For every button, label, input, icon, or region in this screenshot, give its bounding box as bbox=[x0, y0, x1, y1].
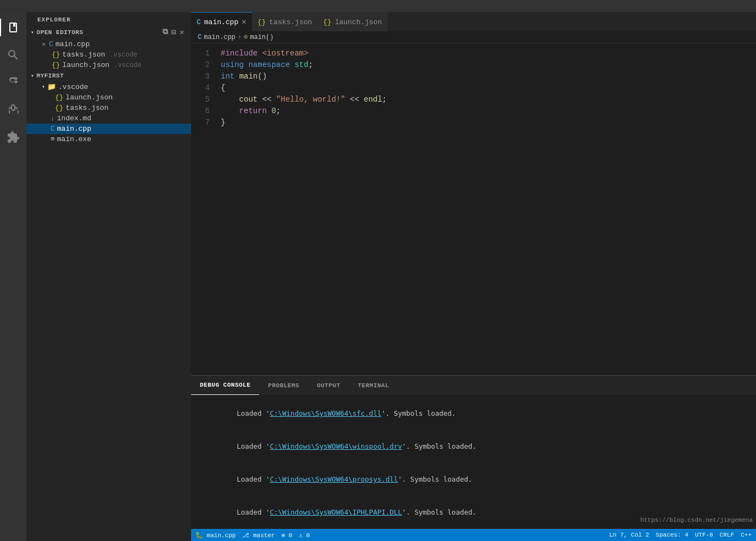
sidebar-main-exe-label: main.exe bbox=[57, 135, 91, 143]
tasks-vscode-badge: .vscode bbox=[110, 51, 137, 59]
sidebar: EXPLORER ▾ OPEN EDITORS ⧉ ⊟ ✕ ✕ C main.c… bbox=[26, 12, 191, 541]
open-editor-tasks-label: tasks.json bbox=[63, 51, 105, 59]
status-debug-label[interactable]: 🐛 main.cpp bbox=[195, 532, 236, 539]
top-bar bbox=[0, 0, 756, 12]
breadcrumb-file[interactable]: main.cpp bbox=[204, 34, 236, 41]
open-editors-icons: ⧉ ⊟ ✕ bbox=[163, 27, 184, 37]
extensions-icon[interactable] bbox=[0, 124, 26, 150]
status-branch[interactable]: ⎇ master bbox=[242, 532, 275, 539]
bottom-panel: DEBUG CONSOLE PROBLEMS OUTPUT TERMINAL L… bbox=[191, 375, 756, 529]
line-num-3: 3 bbox=[191, 71, 219, 82]
vscode-chevron: ▾ bbox=[42, 83, 45, 90]
line-content-5[interactable]: cout << "Hello, world!" << endl; bbox=[219, 94, 756, 105]
line-content-6[interactable]: return 0; bbox=[219, 105, 756, 117]
json-icon4: {} bbox=[55, 104, 64, 112]
line-num-6: 6 bbox=[191, 105, 219, 117]
open-editor-tasks-json[interactable]: {} tasks.json .vscode bbox=[26, 49, 191, 60]
activity-bar bbox=[0, 12, 26, 541]
code-line-5: 5 cout << "Hello, world!" << endl; bbox=[191, 94, 756, 105]
status-spaces[interactable]: Spaces: 4 bbox=[656, 532, 688, 538]
copy-editors-icon[interactable]: ⧉ bbox=[163, 27, 169, 37]
winspool-link[interactable]: C:\Windows\SysWOW64\winspool.drv bbox=[270, 442, 402, 450]
breadcrumb: C main.cpp › ⊙ main() bbox=[191, 31, 756, 43]
status-ln-col[interactable]: Ln 7, Col 2 bbox=[609, 532, 649, 538]
myfirst-section[interactable]: ▾ MYFIRST bbox=[26, 70, 191, 81]
sidebar-title: EXPLORER bbox=[26, 12, 191, 25]
code-line-4: 4 { bbox=[191, 82, 756, 94]
cpp-icon2: C bbox=[51, 125, 55, 133]
tab-main-cpp[interactable]: C main.cpp ✕ bbox=[191, 12, 252, 31]
search-icon[interactable] bbox=[0, 42, 26, 68]
panel-tab-problems[interactable]: PROBLEMS bbox=[259, 376, 308, 395]
sidebar-tasks-label: tasks.json bbox=[66, 104, 109, 112]
console-line-propsys: Loaded 'C:\Windows\SysWOW64\propsys.dll'… bbox=[195, 463, 752, 496]
panel-tabs: DEBUG CONSOLE PROBLEMS OUTPUT TERMINAL bbox=[191, 376, 756, 395]
myfirst-chevron: ▾ bbox=[31, 72, 35, 79]
panel-tab-output[interactable]: OUTPUT bbox=[308, 376, 349, 395]
line-content-4[interactable]: { bbox=[219, 82, 756, 94]
line-num-5: 5 bbox=[191, 94, 219, 105]
explorer-icon[interactable] bbox=[0, 14, 26, 41]
watermark: https://blog.csdn.net/jiegemena bbox=[637, 516, 756, 525]
sidebar-main-cpp[interactable]: C main.cpp bbox=[26, 124, 191, 134]
tab-main-cpp-close[interactable]: ✕ bbox=[242, 18, 246, 26]
breadcrumb-function[interactable]: main() bbox=[250, 34, 273, 41]
code-editor: 1 #include <iostream> 2 using namespace … bbox=[191, 43, 756, 375]
line-num-4: 4 bbox=[191, 82, 219, 94]
line-num-1: 1 bbox=[191, 48, 219, 59]
debug-icon[interactable] bbox=[0, 97, 26, 123]
line-content-1[interactable]: #include <iostream> bbox=[219, 48, 756, 59]
json-icon3: {} bbox=[55, 93, 64, 102]
open-editor-main-cpp[interactable]: ✕ C main.cpp bbox=[26, 39, 191, 49]
close-main-cpp-icon[interactable]: ✕ bbox=[42, 40, 46, 48]
myfirst-label: MYFIRST bbox=[37, 72, 64, 79]
tab-main-cpp-label: main.cpp bbox=[204, 18, 238, 26]
line-num-7: 7 bbox=[191, 117, 219, 129]
panel-content[interactable]: Loaded 'C:\Windows\SysWOW64\sfc.dll'. Sy… bbox=[191, 395, 756, 529]
launch-vscode-badge: .vscode bbox=[114, 62, 141, 69]
main-area: EXPLORER ▾ OPEN EDITORS ⧉ ⊟ ✕ ✕ C main.c… bbox=[0, 12, 756, 541]
sfc-dll-link[interactable]: C:\Windows\SysWOW64\sfc.dll bbox=[270, 409, 381, 417]
code-lines: 1 #include <iostream> 2 using namespace … bbox=[191, 43, 756, 375]
tab-tasks-json[interactable]: {} tasks.json bbox=[252, 12, 318, 31]
tab-tasks-json-icon: {} bbox=[257, 18, 266, 26]
sidebar-launch-json[interactable]: {} launch.json bbox=[26, 92, 191, 103]
tab-launch-json-label: launch.json bbox=[335, 18, 382, 26]
line-content-2[interactable]: using namespace std; bbox=[219, 59, 756, 71]
open-editor-main-cpp-label: main.cpp bbox=[55, 40, 89, 48]
source-control-icon[interactable] bbox=[0, 69, 26, 96]
status-lang[interactable]: C++ bbox=[741, 532, 752, 538]
line-num-2: 2 bbox=[191, 59, 219, 71]
sidebar-main-exe[interactable]: ≡ main.exe bbox=[26, 134, 191, 144]
split-editors-icon[interactable]: ⊟ bbox=[171, 27, 176, 37]
status-encoding[interactable]: UTF-8 bbox=[695, 532, 713, 538]
tab-launch-json[interactable]: {} launch.json bbox=[317, 12, 387, 31]
status-eol[interactable]: CRLF bbox=[720, 532, 734, 538]
tab-bar: C main.cpp ✕ {} tasks.json {} launch.jso… bbox=[191, 12, 756, 31]
code-line-2: 2 using namespace std; bbox=[191, 59, 756, 71]
tab-launch-json-icon: {} bbox=[323, 18, 332, 26]
line-content-3[interactable]: int main() bbox=[219, 71, 756, 82]
console-line-winspool: Loaded 'C:\Windows\SysWOW64\winspool.drv… bbox=[195, 430, 752, 463]
sidebar-tasks-json[interactable]: {} tasks.json bbox=[26, 103, 191, 113]
status-warnings[interactable]: ⚠ 0 bbox=[299, 532, 310, 539]
open-editors-section[interactable]: ▾ OPEN EDITORS ⧉ ⊟ ✕ bbox=[26, 25, 191, 39]
sidebar-index-md[interactable]: ↓ index.md bbox=[26, 113, 191, 124]
iphlpapi-link[interactable]: C:\Windows\SysWOW64\IPHLPAPI.DLL bbox=[270, 508, 402, 516]
tab-cpp-icon: C bbox=[197, 18, 201, 26]
panel-tab-debug-console[interactable]: DEBUG CONSOLE bbox=[191, 376, 259, 395]
close-editors-icon[interactable]: ✕ bbox=[180, 27, 184, 37]
json-icon: {} bbox=[52, 51, 60, 59]
line-content-7[interactable]: } bbox=[219, 117, 756, 129]
vscode-folder[interactable]: ▾ 📁 .vscode bbox=[26, 81, 191, 92]
status-errors[interactable]: ⊗ 0 bbox=[282, 532, 293, 539]
propsys-link[interactable]: C:\Windows\SysWOW64\propsys.dll bbox=[270, 475, 397, 483]
sidebar-main-cpp-label: main.cpp bbox=[57, 125, 91, 133]
breadcrumb-function-icon: ⊙ bbox=[244, 33, 248, 41]
sidebar-launch-label: launch.json bbox=[66, 93, 113, 102]
open-editor-launch-json[interactable]: {} launch.json .vscode bbox=[26, 60, 191, 70]
panel-tab-terminal[interactable]: TERMINAL bbox=[349, 376, 398, 395]
json-icon2: {} bbox=[52, 61, 60, 69]
md-icon: ↓ bbox=[51, 114, 55, 122]
console-line-sfc: Loaded 'C:\Windows\SysWOW64\sfc.dll'. Sy… bbox=[195, 397, 752, 430]
